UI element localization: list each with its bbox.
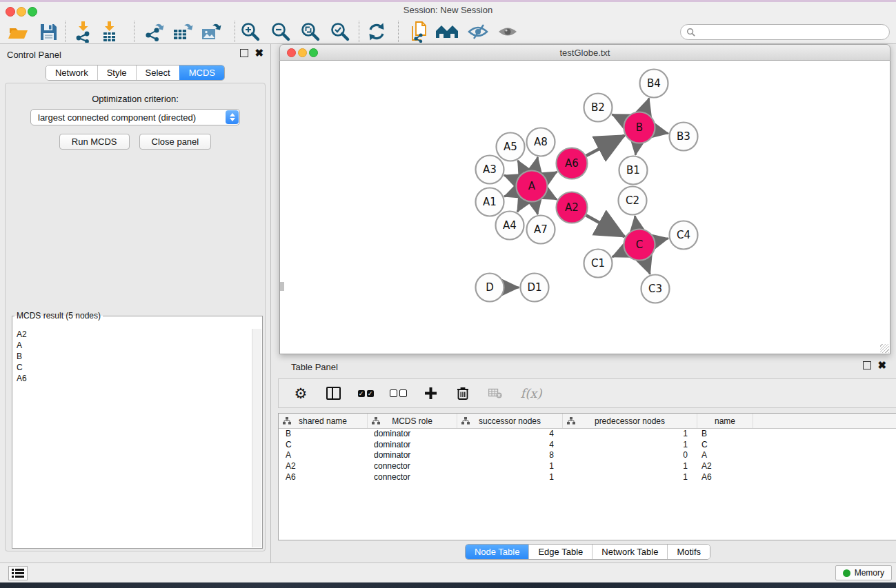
delete-column-button[interactable]: [455, 385, 471, 402]
edge-A-A7[interactable]: [535, 202, 538, 214]
tab-mcds[interactable]: MCDS: [179, 65, 224, 80]
node-D1[interactable]: D1: [521, 274, 549, 302]
edge-A-A1[interactable]: [504, 192, 517, 196]
mcds-result-item[interactable]: C: [13, 362, 252, 373]
import-network-button[interactable]: [70, 19, 95, 44]
deselect-all-button[interactable]: [390, 385, 406, 402]
edge-C-C2[interactable]: [635, 216, 637, 229]
edge-A2-C[interactable]: [586, 215, 625, 236]
mcds-result-item[interactable]: A6: [13, 373, 252, 384]
tab-network-table[interactable]: Network Table: [592, 545, 667, 559]
save-session-button[interactable]: [36, 19, 61, 44]
export-image-button[interactable]: [199, 19, 223, 44]
edge-A-A2[interactable]: [546, 194, 557, 199]
open-session-button[interactable]: [6, 19, 30, 44]
search-field[interactable]: [680, 24, 890, 40]
zoom-fit-button[interactable]: [298, 19, 323, 44]
tab-style[interactable]: Style: [97, 65, 136, 80]
mcds-result-scrollbar[interactable]: [252, 329, 261, 547]
edge-C-C3[interactable]: [645, 260, 650, 274]
network-graph[interactable]: B4B2BB3A8A5A6A3B1AC2A1A2A4A7C4CC1DD1C3: [280, 61, 890, 353]
export-table-button[interactable]: [170, 19, 195, 44]
node-A1[interactable]: A1: [476, 188, 504, 216]
import-table-button[interactable]: [97, 19, 121, 44]
node-A4[interactable]: A4: [496, 212, 524, 240]
node-A3[interactable]: A3: [476, 156, 504, 184]
delete-table-button-disabled[interactable]: [487, 385, 504, 402]
column-header-predecessor-nodes[interactable]: predecessor nodes: [563, 414, 697, 428]
first-neighbors-button[interactable]: [435, 19, 459, 44]
zoom-selected-button[interactable]: [328, 19, 352, 44]
edge-B-B4[interactable]: [644, 98, 649, 112]
select-all-button[interactable]: ✓✓: [357, 385, 374, 402]
tab-network[interactable]: Network: [46, 65, 97, 80]
edge-A-A5[interactable]: [518, 161, 524, 172]
memory-button[interactable]: Memory: [835, 565, 892, 580]
tab-motifs[interactable]: Motifs: [667, 545, 710, 559]
column-header-mcds-role[interactable]: MCDS role: [368, 414, 457, 428]
edge-B-B2[interactable]: [612, 114, 625, 121]
node-B4[interactable]: B4: [640, 70, 668, 98]
table-row[interactable]: Cdominator41C: [279, 439, 896, 450]
float-panel-icon[interactable]: [240, 49, 248, 57]
column-header-name[interactable]: name: [697, 414, 753, 428]
node-A6[interactable]: A6: [557, 148, 588, 179]
node-B[interactable]: B: [624, 112, 655, 143]
edge-A-A3[interactable]: [504, 175, 517, 180]
table-settings-button[interactable]: ⚙: [292, 385, 309, 402]
tab-edge-table[interactable]: Edge Table: [528, 545, 592, 559]
export-network-button[interactable]: [141, 19, 166, 44]
network-canvas[interactable]: B4B2BB3A8A5A6A3B1AC2A1A2A4A7C4CC1DD1C3: [279, 61, 890, 354]
table-row[interactable]: Bdominator41B: [279, 428, 896, 439]
tab-node-table[interactable]: Node Table: [466, 545, 529, 559]
zoom-out-button[interactable]: [268, 19, 293, 44]
zoom-in-button[interactable]: [238, 19, 263, 44]
node-C2[interactable]: C2: [619, 187, 647, 215]
node-A7[interactable]: A7: [527, 216, 555, 244]
add-column-button[interactable]: [422, 385, 439, 402]
network-window-titlebar[interactable]: testGlobe.txt: [279, 44, 890, 61]
node-A5[interactable]: A5: [497, 133, 525, 161]
close-panel-icon[interactable]: ✖: [255, 50, 263, 57]
float-panel-icon[interactable]: [863, 361, 871, 369]
run-mcds-button[interactable]: Run MCDS: [59, 134, 130, 150]
node-B3[interactable]: B3: [670, 123, 698, 151]
mcds-result-item[interactable]: A2: [13, 329, 252, 340]
mcds-result-item[interactable]: A: [13, 340, 252, 351]
edge-A6-B[interactable]: [586, 135, 625, 156]
search-input[interactable]: [699, 27, 889, 38]
node-C1[interactable]: C1: [584, 250, 613, 278]
edge-B-B1[interactable]: [635, 143, 637, 154]
resize-grip-icon[interactable]: [880, 344, 889, 353]
node-C[interactable]: C: [624, 230, 655, 261]
criterion-dropdown[interactable]: largest connected component (directed): [30, 109, 240, 125]
mcds-result-item[interactable]: B: [13, 351, 252, 362]
edge-C-C4[interactable]: [655, 239, 668, 241]
hide-selected-button[interactable]: [466, 19, 490, 44]
show-columns-button[interactable]: [325, 385, 341, 402]
node-B1[interactable]: B1: [619, 156, 648, 185]
column-header-shared-name[interactable]: shared name: [279, 414, 368, 428]
node-A[interactable]: A: [517, 171, 548, 202]
clone-network-button[interactable]: [406, 19, 431, 44]
close-panel-button[interactable]: Close panel: [139, 134, 212, 150]
table-row[interactable]: Adominator80A: [279, 449, 896, 460]
edge-A-A6[interactable]: [546, 172, 557, 178]
table-row[interactable]: A2connector11A2: [279, 460, 896, 472]
edge-A-A8[interactable]: [535, 157, 538, 170]
edge-A-A4[interactable]: [517, 200, 524, 212]
node-A8[interactable]: A8: [527, 128, 555, 156]
node-D[interactable]: D: [476, 274, 504, 302]
close-panel-icon[interactable]: ✖: [877, 362, 886, 369]
node-C3[interactable]: C3: [641, 275, 670, 303]
node-C4[interactable]: C4: [670, 221, 698, 250]
function-builder-button-disabled[interactable]: f(x): [519, 385, 543, 402]
edge-B-B3[interactable]: [655, 131, 668, 134]
task-history-button[interactable]: [8, 566, 28, 580]
column-header-successor-nodes[interactable]: successor nodes: [457, 414, 563, 428]
refresh-layout-button[interactable]: [364, 19, 389, 44]
show-all-button[interactable]: [495, 19, 520, 44]
edge-C-C1[interactable]: [613, 252, 625, 257]
tab-select[interactable]: Select: [136, 65, 179, 80]
scrollbar-mark[interactable]: [280, 282, 284, 291]
